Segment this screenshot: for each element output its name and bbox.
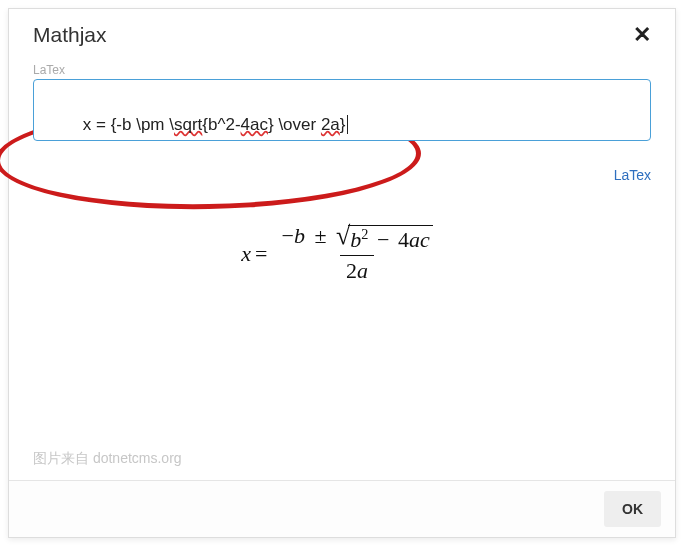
denominator: 2a: [340, 255, 374, 284]
close-button[interactable]: ✕: [629, 24, 655, 46]
watermark-text: 图片来自 dotnetcms.org: [33, 450, 182, 468]
mathjax-dialog: Mathjax ✕ LaTex x = {-b \pm \sqrt{b^2-4a…: [8, 8, 676, 538]
sqrt: √ b2 − 4ac: [336, 225, 433, 253]
dialog-title: Mathjax: [33, 23, 107, 47]
radical-icon: √: [336, 226, 350, 247]
latex-input[interactable]: [33, 79, 651, 141]
latex-help-link-row: LaTex: [33, 167, 651, 183]
latex-help-link[interactable]: LaTex: [614, 167, 651, 183]
latex-field-label: LaTex: [33, 63, 651, 77]
fraction: −b ± √ b2 − 4ac: [276, 223, 439, 284]
latex-input-wrap: x = {-b \pm \sqrt{b^2-4ac} \over 2a}: [33, 79, 651, 141]
rendered-formula: x = −b ± √ b2 − 4ac: [241, 223, 442, 284]
dialog-header: Mathjax ✕: [9, 9, 675, 55]
numerator: −b ± √ b2 − 4ac: [276, 223, 439, 255]
ok-button[interactable]: OK: [604, 491, 661, 527]
formula-preview: x = −b ± √ b2 − 4ac: [33, 223, 651, 284]
radicand: b2 − 4ac: [348, 225, 432, 253]
close-icon: ✕: [633, 22, 651, 47]
dialog-footer: OK: [9, 480, 675, 537]
dialog-body: LaTex x = {-b \pm \sqrt{b^2-4ac} \over 2…: [9, 55, 675, 480]
